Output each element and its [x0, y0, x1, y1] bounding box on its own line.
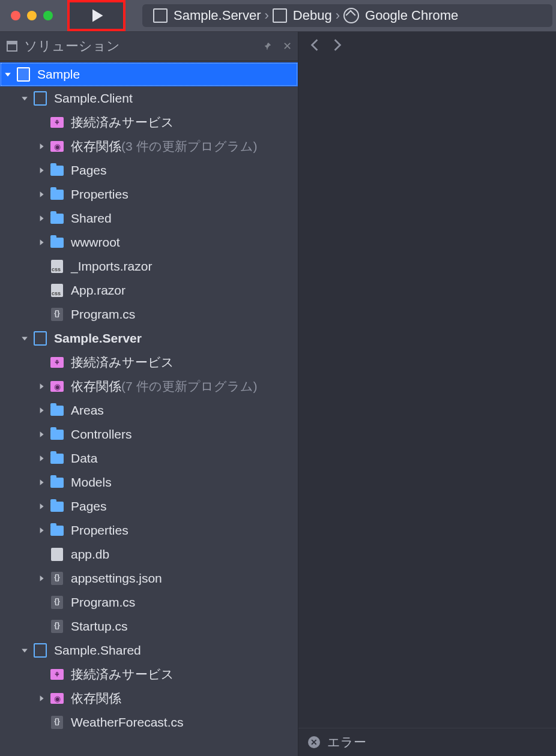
tree-item[interactable]: Sample	[0, 62, 298, 86]
tree-item[interactable]: Properties	[0, 182, 298, 206]
tree-item-label: 接続済みサービス	[71, 354, 174, 371]
tree-expander[interactable]	[37, 406, 46, 415]
tree-item[interactable]: Pages	[0, 494, 298, 518]
tree-item-label: Startup.cs	[71, 619, 128, 634]
svg-marker-19	[22, 649, 28, 653]
chevron-left-icon	[310, 38, 319, 52]
tree-expander[interactable]	[37, 238, 46, 247]
tree-item[interactable]: Program.cs	[0, 590, 298, 614]
tree-expander[interactable]	[37, 382, 46, 391]
tree-item-label: Program.cs	[71, 595, 135, 610]
svg-marker-17	[40, 527, 44, 533]
solution-icon	[6, 40, 18, 52]
tree-item-label: 接続済みサービス	[71, 666, 174, 683]
tree-expander[interactable]	[37, 142, 46, 151]
tree-item[interactable]: appsettings.json	[0, 566, 298, 590]
tree-expander[interactable]	[20, 646, 29, 655]
folder-icon	[50, 454, 64, 464]
tree-item-label: Models	[71, 475, 112, 490]
error-icon: ✕	[308, 736, 320, 748]
tree-expander[interactable]	[37, 214, 46, 223]
run-configuration[interactable]: Debug	[273, 8, 332, 23]
tree-expander[interactable]	[4, 70, 12, 79]
nav-forward-button[interactable]	[333, 38, 342, 55]
tree-expander[interactable]	[20, 94, 29, 103]
pin-panel-button[interactable]	[264, 42, 272, 50]
tree-item[interactable]: Properties	[0, 518, 298, 542]
tree-item[interactable]: wwwroot	[0, 230, 298, 254]
solution-panel-title: ソリューション	[24, 37, 258, 55]
csharp-file-icon	[51, 716, 63, 729]
tree-item[interactable]: ⚘接続済みサービス	[0, 110, 298, 134]
tree-expander[interactable]	[37, 430, 46, 439]
tree-expander[interactable]	[37, 502, 46, 511]
tree-item[interactable]: Startup.cs	[0, 614, 298, 638]
tree-item-label: Sample	[37, 67, 80, 82]
tree-item[interactable]: Pages	[0, 158, 298, 182]
chevron-right-icon	[333, 38, 342, 52]
expander-open-icon	[21, 95, 28, 102]
tree-item[interactable]: ◉依存関係	[0, 686, 298, 710]
tree-item[interactable]: Models	[0, 470, 298, 494]
tree-item[interactable]: ⚘接続済みサービス	[0, 662, 298, 686]
tree-item[interactable]: app.db	[0, 542, 298, 566]
minimize-window-button[interactable]	[27, 11, 37, 20]
run-target-selector[interactable]: Sample.Server › Debug › Google Chrome	[142, 4, 552, 27]
svg-marker-12	[40, 407, 44, 413]
tree-item[interactable]: Sample.Client	[0, 86, 298, 110]
folder-icon	[50, 478, 64, 488]
expander-closed-icon	[38, 143, 45, 150]
tree-item[interactable]: Sample.Shared	[0, 638, 298, 662]
tree-item-label: Controllers	[71, 427, 132, 442]
svg-marker-11	[40, 383, 44, 389]
solution-panel: ソリューション ✕ SampleSample.Client⚘接続済みサービス◉依…	[0, 32, 298, 756]
svg-marker-6	[40, 167, 44, 173]
tree-expander[interactable]	[37, 694, 46, 703]
tree-expander[interactable]	[37, 190, 46, 199]
tree-expander[interactable]	[37, 166, 46, 175]
pin-icon	[264, 42, 272, 50]
tree-item[interactable]: Sample.Server	[0, 326, 298, 350]
tree-item-label: Program.cs	[71, 307, 135, 322]
tree-expander[interactable]	[37, 454, 46, 463]
tree-item[interactable]: Program.cs	[0, 302, 298, 326]
tree-item[interactable]: Data	[0, 446, 298, 470]
play-icon	[88, 7, 105, 24]
run-browser[interactable]: Google Chrome	[343, 8, 458, 23]
tree-item[interactable]: Shared	[0, 206, 298, 230]
tree-item[interactable]: ◉依存関係 (3 件の更新プログラム)	[0, 134, 298, 158]
tree-item[interactable]: ◉依存関係 (7 件の更新プログラム)	[0, 374, 298, 398]
breadcrumb-separator: ›	[334, 8, 341, 23]
tree-item[interactable]: WeatherForecast.cs	[0, 710, 298, 734]
editor-panel: ✕ エラー	[298, 32, 556, 756]
close-window-button[interactable]	[11, 11, 20, 20]
maximize-window-button[interactable]	[43, 11, 53, 20]
run-target-project[interactable]: Sample.Server	[153, 8, 261, 23]
breadcrumb-separator: ›	[264, 8, 270, 23]
tree-item-label: App.razor	[71, 283, 125, 298]
tree-expander[interactable]	[37, 478, 46, 487]
tree-item-label: Pages	[71, 163, 107, 178]
tree-item[interactable]: ⚘接続済みサービス	[0, 350, 298, 374]
close-panel-button[interactable]: ✕	[283, 40, 292, 53]
tree-item-label: _Imports.razor	[71, 259, 152, 274]
error-panel-header[interactable]: ✕ エラー	[298, 728, 556, 756]
expander-open-icon	[4, 71, 11, 78]
tree-item[interactable]: _Imports.razor	[0, 254, 298, 278]
tree-item-label: appsettings.json	[71, 571, 162, 586]
solution-tree[interactable]: SampleSample.Client⚘接続済みサービス◉依存関係 (3 件の更…	[0, 61, 298, 756]
error-panel-label: エラー	[327, 734, 366, 751]
nav-back-button[interactable]	[310, 38, 319, 55]
tree-item-label: 依存関係	[71, 378, 121, 395]
run-button[interactable]	[67, 0, 125, 31]
tree-expander[interactable]	[37, 526, 46, 535]
tree-expander[interactable]	[20, 334, 29, 343]
tree-item[interactable]: Areas	[0, 398, 298, 422]
tree-expander[interactable]	[37, 574, 46, 583]
tree-item[interactable]: App.razor	[0, 278, 298, 302]
svg-marker-9	[40, 239, 44, 245]
svg-marker-4	[22, 97, 28, 101]
expander-closed-icon	[38, 239, 45, 246]
tree-item[interactable]: Controllers	[0, 422, 298, 446]
file-icon	[51, 548, 63, 561]
